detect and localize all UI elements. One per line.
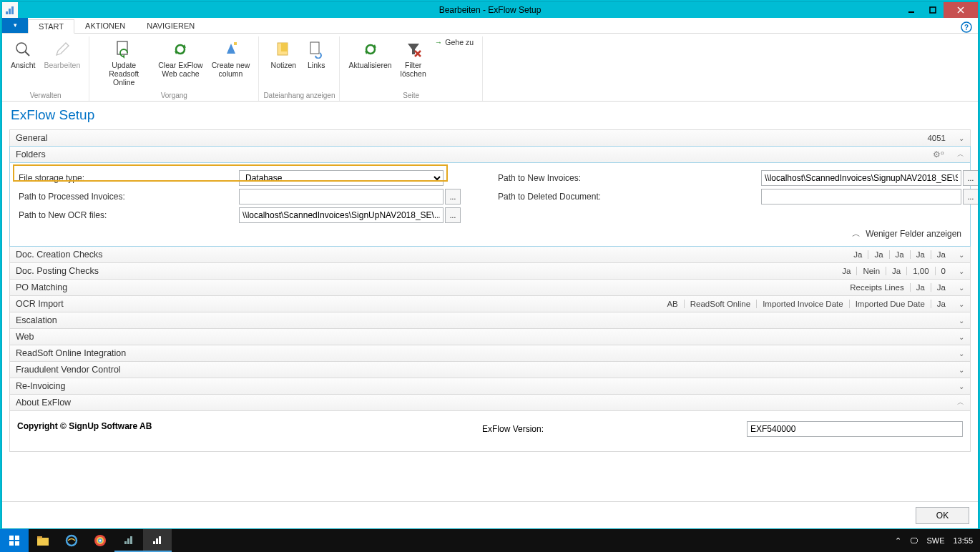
group-dateianhang: Dateianhang anzeigen: [263, 92, 335, 101]
window-frame: Bearbeiten - ExFlow Setup ▾ START AKTION…: [1, 1, 979, 529]
close-button[interactable]: [944, 2, 978, 18]
title-bar: Bearbeiten - ExFlow Setup: [2, 2, 978, 18]
nav-app-icon[interactable]: [114, 529, 143, 552]
svg-rect-0: [6, 11, 8, 14]
fasttab-fraudulent[interactable]: Fraudulent Vendor Control⌄: [9, 361, 971, 378]
ribbon-body: Ansicht Bearbeiten Verwalten Update Read…: [2, 34, 978, 102]
svg-rect-41: [159, 536, 161, 544]
svg-line-10: [25, 51, 29, 56]
page-title: ExFlow Setup: [11, 107, 971, 123]
chevron-up-icon[interactable]: ⌃: [895, 536, 901, 546]
fasttab-folders[interactable]: Folders ⚙ᵅ ︿: [9, 146, 971, 163]
fasttab-doc-posting[interactable]: Doc. Posting Checks Ja Nein Ja 1,00 0 ⌄: [9, 262, 971, 280]
add-column-icon: [220, 38, 242, 61]
fasttab-doc-creation[interactable]: Doc. Creation Checks Ja Ja Ja Ja Ja ⌄: [9, 246, 971, 263]
chevron-down-icon: ⌄: [959, 383, 964, 390]
ribbon-ansicht[interactable]: Ansicht: [6, 36, 39, 71]
view-icon: [11, 38, 34, 61]
svg-text:?: ?: [964, 24, 969, 31]
browse-button[interactable]: ...: [445, 207, 461, 223]
fasttab-readsoft-integration[interactable]: ReadSoft Online Integration⌄: [9, 345, 971, 362]
show-less-fields[interactable]: ︿ Weniger Felder anzeigen: [852, 228, 961, 240]
fasttab-ocr-import[interactable]: OCR Import AB ReadSoft Online Imported I…: [9, 295, 971, 312]
path-processed-input[interactable]: [239, 189, 444, 204]
window-controls: [901, 2, 978, 18]
refresh-icon: [169, 38, 192, 61]
ribbon-aktualisieren[interactable]: Aktualisieren: [344, 36, 396, 71]
svg-rect-25: [9, 536, 14, 540]
file-storage-select[interactable]: Database: [239, 170, 444, 186]
action-center-icon[interactable]: 🖵: [910, 536, 918, 545]
taskbar-lang[interactable]: SWE: [926, 536, 944, 545]
taskbar: ⌃ 🖵 SWE 13:55: [0, 529, 980, 552]
svg-rect-29: [37, 538, 49, 546]
svg-rect-40: [156, 538, 158, 544]
ribbon-update-readsoft[interactable]: Update Readsoft Online: [94, 36, 154, 88]
tab-aktionen[interactable]: AKTIONEN: [74, 19, 136, 33]
maximize-button[interactable]: [922, 2, 944, 18]
tab-navigieren[interactable]: NAVIGIEREN: [136, 19, 205, 33]
svg-rect-37: [127, 538, 129, 544]
exflow-version-label: ExFlow Version:: [482, 424, 747, 434]
chevron-down-icon: ⌄: [959, 350, 964, 358]
ribbon-links[interactable]: Links: [300, 36, 332, 71]
svg-rect-38: [130, 536, 132, 544]
chevron-up-icon: ︿: [957, 398, 964, 408]
fasttab-po-matching[interactable]: PO Matching Receipts Lines Ja Ja ⌄: [9, 279, 971, 296]
tab-start[interactable]: START: [28, 19, 74, 34]
path-new-invoices-label: Path to New Invoices:: [496, 173, 761, 183]
fasttab-general[interactable]: General 4051 ⌄: [9, 129, 971, 147]
ribbon-gehe-zu[interactable]: → Gehe zu: [435, 38, 474, 46]
chevron-down-icon: ⌄: [959, 317, 964, 325]
nav-app-icon-active[interactable]: [143, 529, 172, 552]
path-new-invoices-input[interactable]: [761, 170, 961, 186]
start-button[interactable]: [0, 529, 29, 552]
explorer-icon[interactable]: [29, 529, 57, 552]
svg-rect-28: [15, 541, 19, 546]
ribbon-tabs: ▾ START AKTIONEN NAVIGIEREN ?: [2, 18, 978, 34]
minimize-button[interactable]: [901, 2, 922, 18]
exflow-version-input[interactable]: [747, 421, 963, 437]
svg-rect-11: [117, 41, 127, 54]
chevron-down-icon: ⌄: [959, 300, 964, 308]
fasttab-web[interactable]: Web⌄: [9, 328, 971, 345]
svg-marker-16: [234, 42, 237, 45]
document-refresh-icon: [112, 38, 135, 61]
ribbon-filter-loeschen[interactable]: Filter löschen: [396, 36, 431, 79]
path-ocr-input[interactable]: [239, 207, 444, 223]
chrome-icon[interactable]: [86, 529, 114, 552]
chevron-down-icon: ⌄: [959, 366, 964, 374]
settings-gear-icon[interactable]: ⚙ᵅ: [927, 149, 950, 159]
chevron-down-icon: ⌄: [959, 333, 964, 341]
ribbon-clear-cache[interactable]: Clear ExFlow Web cache: [154, 36, 207, 79]
svg-rect-18: [281, 43, 288, 51]
taskbar-time[interactable]: 13:55: [953, 536, 973, 545]
ribbon-notizen[interactable]: Notizen: [267, 36, 301, 71]
svg-rect-4: [930, 7, 936, 13]
fasttab-about[interactable]: About ExFlow ︿: [9, 394, 971, 411]
fasttab-escalation[interactable]: Escalation⌄: [9, 312, 971, 329]
fasttab-reinvoicing[interactable]: Re-Invoicing⌄: [9, 378, 971, 395]
links-icon: [305, 38, 328, 61]
help-icon[interactable]: ?: [961, 21, 972, 33]
browse-button[interactable]: ...: [963, 170, 978, 186]
svg-rect-2: [11, 6, 14, 14]
about-body: Copyright © SignUp Software AB ExFlow Ve…: [9, 411, 971, 452]
chevron-down-icon: ⌄: [959, 251, 964, 259]
svg-rect-19: [310, 42, 319, 54]
ribbon-bearbeiten: Bearbeiten: [39, 36, 84, 71]
path-deleted-input[interactable]: [761, 189, 961, 204]
chevron-down-icon: ⌄: [959, 267, 964, 275]
ribbon-create-column[interactable]: Create new column: [207, 36, 255, 79]
app-menu-dropdown[interactable]: ▾: [2, 17, 28, 33]
group-vorgang: Vorgang: [161, 92, 187, 101]
svg-rect-39: [153, 541, 155, 544]
browse-button[interactable]: ...: [963, 189, 978, 204]
clear-filter-icon: [402, 38, 425, 61]
svg-rect-36: [124, 541, 127, 544]
copyright-text: Copyright © SignUp Software AB: [17, 421, 461, 437]
ie-icon[interactable]: [57, 529, 86, 552]
ok-button[interactable]: OK: [916, 507, 969, 524]
browse-button[interactable]: ...: [445, 189, 461, 204]
window-title: Bearbeiten - ExFlow Setup: [439, 5, 542, 15]
